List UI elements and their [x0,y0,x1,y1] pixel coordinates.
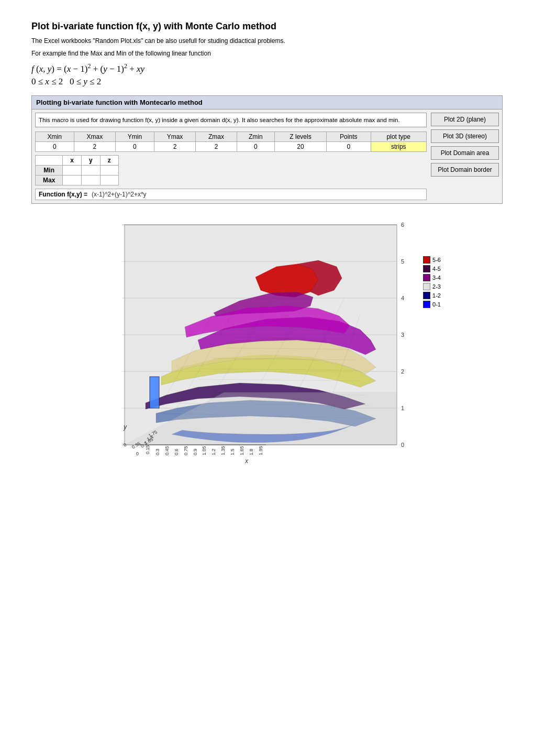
intro-line2: For example find the Max and Min of the … [31,49,503,58]
chart-wrapper: 0 1 2 3 4 5 6 [93,214,418,466]
col-zlevels: Z levels [275,132,327,141]
legend-label-12: 1-2 [432,292,441,299]
max-x[interactable] [63,175,82,185]
description-box: This macro is used for drawing function … [35,113,427,127]
legend-color-45 [423,265,430,272]
legend-label-56: 5-6 [432,257,441,263]
svg-text:1: 1 [401,405,404,411]
svg-text:0.3: 0.3 [155,448,160,455]
function-label: Function f(x,y) = [39,191,87,198]
legend-color-01 [423,301,430,308]
svg-text:5: 5 [401,258,404,265]
legend-item-34: 3-4 [423,274,441,281]
col-xmax: Xmax [74,132,116,141]
minmax-col-x: x [63,155,82,165]
max-y[interactable] [82,175,101,185]
svg-text:1.8: 1.8 [249,448,254,455]
val-xmax: 2 [74,141,116,151]
legend-item-45: 4-5 [423,265,441,272]
legend-label-01: 0-1 [432,301,441,308]
legend-label-45: 4-5 [432,266,441,272]
svg-text:1.65: 1.65 [239,446,244,455]
svg-text:0.9: 0.9 [193,448,198,455]
svg-text:x: x [244,457,249,465]
legend-item-12: 1-2 [423,292,441,299]
col-xmin: Xmin [36,132,74,141]
svg-text:0.45: 0.45 [164,446,170,455]
svg-text:1.95: 1.95 [258,446,263,455]
minmax-row-max: Max [36,175,119,185]
plot-domain-area-button[interactable]: Plot Domain area [431,146,499,160]
legend-item-01: 0-1 [423,301,441,308]
max-z[interactable] [100,175,118,185]
legend-item-56: 5-6 [423,256,441,264]
col-points: Points [327,132,371,141]
legend-color-56 [423,256,430,264]
val-zlevels: 20 [275,141,327,151]
val-zmin: 0 [237,141,274,151]
page-title: Plot bi-variate function f(x, y) with Mo… [31,21,503,32]
col-zmax: Zmax [196,132,237,141]
min-x[interactable] [63,165,82,175]
legend-item-23: 2-3 [423,283,441,290]
svg-text:y: y [123,423,127,431]
val-xmin: 0 [36,141,74,151]
svg-text:1.2: 1.2 [211,448,216,455]
domain-display: 0 ≤ x ≤ 2 0 ≤ y ≤ 2 [31,76,503,87]
legend-label-34: 3-4 [432,275,441,281]
params-table: Xmin Xmax Ymin Ymax Zmax Zmin Z levels P… [35,132,427,152]
svg-text:0.75: 0.75 [183,446,188,455]
svg-text:1.5: 1.5 [230,448,235,455]
val-points: 0 [327,141,371,151]
minmax-col-empty [36,155,63,165]
max-label: Max [36,175,63,185]
plot-3d-button[interactable]: Plot 3D (stereo) [431,129,499,143]
col-ymax: Ymax [154,132,196,141]
val-zmax: 2 [196,141,237,151]
panel-right: Plot 2D (plane) Plot 3D (stereo) Plot Do… [431,113,499,200]
function-value[interactable]: (x-1)^2+(y-1)^2+x*y [92,191,147,198]
minmax-row-min: Min [36,165,119,175]
formula-display: f (x, y) = (x − 1)2 + (y − 1)2 + xy [31,62,503,74]
val-ymax: 2 [154,141,196,151]
legend-label-23: 2-3 [432,283,441,290]
plot-domain-border-button[interactable]: Plot Domain border [431,163,499,177]
chart-container: 0 1 2 3 4 5 6 [31,214,503,466]
svg-rect-30 [150,377,159,408]
params-row: 0 2 0 2 2 0 20 0 strips [36,141,427,151]
svg-text:1.05: 1.05 [202,446,207,455]
svg-text:2: 2 [401,368,404,375]
col-zmin: Zmin [237,132,274,141]
svg-text:3: 3 [401,332,404,338]
legend-color-12 [423,292,430,299]
col-ymin: Ymin [116,132,154,141]
val-ymin: 0 [116,141,154,151]
svg-text:1.35: 1.35 [220,446,226,455]
chart-legend: 5-6 4-5 3-4 2-3 1-2 0-1 [423,256,441,308]
svg-text:0.6: 0.6 [174,448,179,455]
minmax-table: x y z Min Max [35,155,119,185]
function-row: Function f(x,y) = (x-1)^2+(y-1)^2+x*y [35,189,427,200]
minmax-col-z: z [100,155,118,165]
plot-2d-button[interactable]: Plot 2D (plane) [431,113,499,126]
svg-text:4: 4 [401,295,404,301]
chart-svg: 0 1 2 3 4 5 6 [93,214,418,466]
val-plottype[interactable]: strips [371,141,426,151]
col-plottype: plot type [371,132,426,141]
legend-color-34 [423,274,430,281]
min-y[interactable] [82,165,101,175]
min-label: Min [36,165,63,175]
legend-color-23 [423,283,430,290]
panel-title: Plotting bi-variate function with Montec… [32,96,502,109]
minmax-col-y: y [82,155,101,165]
min-z[interactable] [100,165,118,175]
svg-text:0: 0 [401,442,404,448]
intro-line1: The Excel workbooks "Random Plot.xls" ca… [31,36,503,46]
main-panel: Plotting bi-variate function with Montec… [31,95,503,204]
svg-text:0: 0 [136,451,139,456]
svg-text:6: 6 [401,222,404,228]
